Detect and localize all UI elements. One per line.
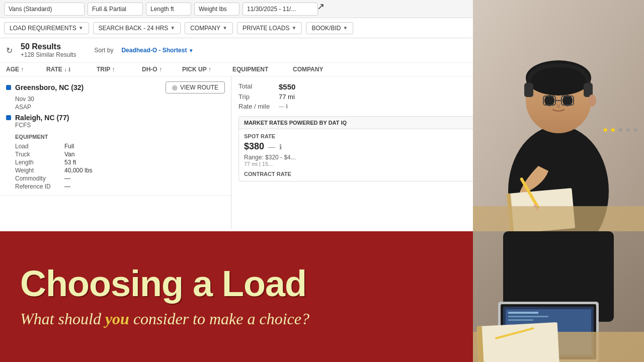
equipment-label: Commodity [15,175,60,182]
equipment-section: EQUIPMENT LoadFullTruckVanLength53 ftWei… [6,134,225,190]
load-origin-date: Nov 30 [15,96,225,103]
col-header-age[interactable]: AGE ↑ [6,66,46,73]
results-summary: 50 Results +128 Similar Results [21,42,76,58]
route-icon: ◎ [172,84,177,91]
date-field[interactable]: 11/30/2025 - 11/... [243,3,318,16]
trip-label: Trip [238,93,279,101]
load-type-field[interactable]: Full & Partial [88,3,143,16]
equipment-value: Full [64,143,225,150]
load-requirements-filter[interactable]: LOAD REQUIREMENTS ▼ [4,22,89,34]
vehicle-type-field[interactable]: Vans (Standard) [4,3,85,16]
total-label: Total [238,82,279,91]
person-area: ★★★★★ [473,0,644,231]
person-bottom-svg [473,231,644,362]
load-item[interactable]: Greensboro, NC (32) ◎ VIEW ROUTE Nov 30 … [0,76,231,196]
equipment-value: 53 ft [64,159,225,166]
svg-point-8 [562,95,573,106]
chevron-down-icon: ▼ [189,48,194,53]
star-empty-icon: ★ [632,126,639,134]
spot-rate-info-icon: ℹ [279,143,282,151]
weight-field[interactable]: Weight lbs [194,3,239,16]
stars-overlay: ★★★★★ [602,126,639,134]
svg-rect-4 [524,83,533,97]
col-header-rate[interactable]: RATE ↓ ℹ [46,66,97,73]
star-filled-icon: ★ [602,126,609,134]
svg-rect-27 [477,322,559,362]
sort-label: Sort by [94,47,113,54]
equipment-label: Truck [15,151,60,158]
refresh-icon[interactable]: ↻ [6,46,13,55]
chevron-down-icon: ▼ [222,25,227,31]
subtitle-part2: consider to make a choice? [129,310,309,328]
cursor-icon: ↗ [317,1,325,12]
spot-rate-value: $380 [244,141,264,152]
book-bid-filter[interactable]: BOOK/BID ▼ [306,22,353,34]
view-route-button[interactable]: ◎ VIEW ROUTE [166,81,225,94]
total-value: $550 [279,82,329,91]
chevron-down-icon: ▼ [343,25,348,31]
star-empty-icon: ★ [625,126,631,134]
load-header: Greensboro, NC (32) ◎ VIEW ROUTE [6,81,225,94]
subtitle-highlight: you [105,310,129,328]
equipment-value: — [64,175,225,182]
length-field[interactable]: Length ft [146,3,191,16]
star-filled-icon: ★ [610,126,616,134]
load-dest: Raleigh, NC (77) [15,114,69,122]
market-rates-title: MARKET RATES Powered by DAT IQ [244,120,347,126]
svg-rect-23 [508,312,538,314]
subtitle-part1: What should [20,310,105,328]
load-origin: Greensboro, NC (32) [15,83,84,92]
spot-rate-dash: — [268,143,275,151]
trip-value: 77 mi [279,93,329,101]
equipment-label: Reference ID [15,183,60,190]
equipment-grid: LoadFullTruckVanLength53 ftWeight40,000 … [15,143,225,190]
col-header-equipment: EQUIPMENT [232,66,293,73]
results-count: 50 Results [21,42,61,51]
chevron-down-icon: ▼ [292,25,297,31]
rate-label: Rate / mile [238,103,279,110]
equipment-label: Load [15,143,60,150]
person-silhouette [473,0,644,231]
equipment-label: Length [15,159,60,166]
chevron-down-icon: ▼ [78,25,84,31]
equipment-title: EQUIPMENT [15,134,225,140]
dest-dot [6,115,11,120]
origin-dot [6,85,11,90]
col-header-dho[interactable]: DH-O ↑ [142,66,182,73]
private-loads-filter[interactable]: PRIVATE LOADS ▼ [237,22,302,34]
svg-point-7 [544,95,554,106]
load-origin-time: ASAP [15,104,225,111]
ui-screenshot-area: Vans (Standard) Full & Partial Length ft… [0,0,644,231]
chevron-down-icon: ▼ [170,25,175,31]
svg-point-6 [588,95,596,107]
bottom-section: Choosing a Load What should you consider… [0,231,644,362]
star-empty-icon: ★ [617,126,624,134]
col-header-pickup[interactable]: PICK UP ↑ [182,66,232,73]
sort-dropdown[interactable]: Deadhead-O - Shortest ▼ [121,47,193,54]
equipment-value: Van [64,151,225,158]
load-dest-row: Raleigh, NC (77) [6,114,225,122]
col-header-trip[interactable]: TRIP ↑ [97,66,142,73]
svg-rect-16 [473,206,644,231]
search-back-filter[interactable]: SEARCH BACK - 24 HRS ▼ [93,22,181,34]
person-overlay-bottom [473,231,644,362]
person-svg [473,0,644,231]
rate-info-icon: ℹ [68,67,70,72]
equipment-value: 40,000 lbs [64,167,225,174]
svg-rect-25 [508,319,533,321]
load-list-panel: Greensboro, NC (32) ◎ VIEW ROUTE Nov 30 … [0,76,231,229]
rate-value: — ℹ [279,103,329,110]
results-similar: +128 Similar Results [21,51,76,58]
company-filter[interactable]: COMPANY ▼ [185,22,233,34]
svg-rect-24 [508,316,548,317]
load-dest-sub: FCFS [15,122,225,129]
equipment-value: — [64,183,225,190]
equipment-label: Weight [15,167,60,174]
